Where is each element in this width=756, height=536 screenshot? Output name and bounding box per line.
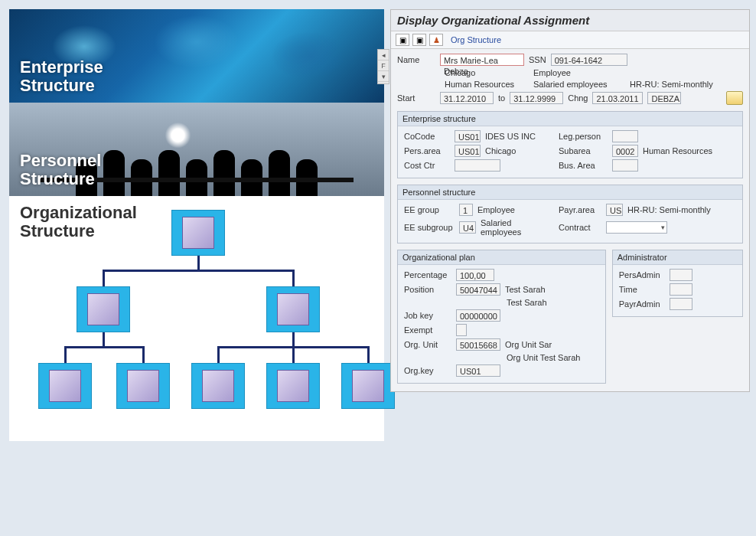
name-field[interactable]: Mrs Marie-Lea Debza: [440, 54, 524, 66]
start-field[interactable]: 31.12.2010: [440, 92, 494, 104]
payroll-area-text: HR-RU: Semi-monthly: [630, 80, 713, 89]
org-node: [77, 286, 130, 332]
persadmin-field[interactable]: [670, 269, 692, 281]
persarea-label: Pers.area: [404, 146, 450, 155]
costctr-label: Cost Ctr: [404, 161, 450, 170]
chng-label: Chng: [568, 93, 588, 103]
ssn-label: SSN: [529, 55, 546, 64]
organizational-structure-band: Organizational Structure: [9, 196, 384, 441]
side-find-icon[interactable]: F: [378, 60, 389, 71]
time-label: Time: [619, 285, 665, 294]
payrarea-label: Payr.area: [559, 205, 601, 214]
header-row-dates: Start 31.12.2010 to 31.12.9999 Chng 21.0…: [397, 91, 743, 105]
side-collapse-icon[interactable]: ◂: [378, 50, 389, 60]
payradmin-field[interactable]: [670, 298, 692, 310]
ssn-field: 091-64-1642: [551, 54, 627, 66]
cocode-label: CoCode: [404, 132, 450, 141]
eesubgroup-text: Salaried employees: [481, 218, 554, 237]
busarea-field[interactable]: [612, 159, 638, 172]
subarea-field[interactable]: 0002: [612, 145, 638, 157]
payroll-type-text: Salaried employees: [533, 80, 625, 89]
orgunit-field[interactable]: 50015668: [456, 338, 500, 351]
payrarea-field[interactable]: US: [606, 204, 623, 216]
jobkey-field[interactable]: 00000000: [456, 309, 500, 322]
organizational-plan-title: Organizational plan: [398, 250, 605, 265]
org-node: [266, 363, 320, 409]
legperson-label: Leg.person: [559, 132, 608, 141]
sap-body: ◂ F ▾ Name Mrs Marie-Lea Debza SSN 091-6…: [391, 49, 749, 391]
eegroup-field[interactable]: 1: [459, 204, 473, 216]
orgkey-field[interactable]: US01: [456, 364, 500, 377]
administrator-section: Administrator PersAdmin Time PayrAdmin: [612, 250, 743, 317]
side-toolbar: ◂ F ▾: [377, 49, 389, 84]
contract-label: Contract: [559, 223, 601, 232]
organizational-plan-section: Organizational plan Percentage 100,00 Po…: [397, 250, 606, 384]
org-node: [116, 363, 170, 409]
org-node-root: [171, 210, 225, 256]
enterprise-structure-label: Enterprise Structure: [20, 58, 103, 95]
time-field[interactable]: [670, 283, 692, 296]
org-chart-diagram: [9, 204, 384, 441]
payradmin-label: PayrAdmin: [619, 299, 665, 309]
info-graphic-panel: Enterprise Structure Personnel Structure…: [9, 9, 384, 441]
city-text: Chicago: [445, 68, 529, 77]
enterprise-structure-title: Enterprise structure: [398, 112, 742, 126]
busarea-label: Bus. Area: [559, 161, 608, 170]
start-label: Start: [397, 93, 435, 103]
contract-dropdown[interactable]: [606, 221, 667, 234]
legperson-field[interactable]: [612, 130, 638, 142]
jobkey-label: Job key: [404, 311, 451, 320]
cocode-field[interactable]: US01: [455, 130, 481, 142]
eegroup-text: Employee: [477, 205, 554, 214]
sap-screen: Display Organizational Assignment ▣ ▣ ♟ …: [390, 9, 750, 392]
persarea-text: Chicago: [485, 146, 554, 155]
personnel-structure-title: Personnel structure: [398, 185, 742, 200]
org-structure-link[interactable]: Org Structure: [451, 35, 501, 44]
orgunit-text2: Org Unit Test Sarah: [507, 353, 580, 362]
orgunit-label: Org. Unit: [404, 340, 451, 349]
eesubgroup-label: EE subgroup: [404, 223, 455, 232]
exempt-label: Exempt: [404, 325, 451, 335]
to-label: to: [498, 93, 505, 103]
position-text1: Test Sarah: [505, 285, 546, 294]
name-label: Name: [397, 55, 435, 64]
header-row-2: Chicago Employee: [397, 68, 743, 77]
cocode-text: IDES US INC: [485, 132, 554, 141]
position-field[interactable]: 50047044: [456, 283, 500, 296]
eegroup-label: EE group: [404, 205, 455, 214]
org-node: [191, 363, 245, 409]
role-text: Employee: [533, 68, 571, 77]
side-down-icon[interactable]: ▾: [378, 71, 389, 82]
header-row-3: Human Resources Salaried employees HR-RU…: [397, 80, 743, 89]
header-row-name: Name Mrs Marie-Lea Debza SSN 091-64-1642: [397, 54, 743, 66]
position-label: Position: [404, 285, 451, 294]
org-node: [266, 286, 320, 332]
position-text2: Test Sarah: [507, 298, 547, 307]
administrator-title: Administrator: [613, 250, 742, 265]
toolbar-icon-1[interactable]: ▣: [396, 34, 409, 46]
persarea-field[interactable]: US01: [455, 145, 481, 157]
dept-text: Human Resources: [445, 80, 529, 89]
end-field[interactable]: 31.12.9999: [510, 92, 563, 104]
person-icon[interactable]: ♟: [429, 34, 443, 46]
page-title: Display Organizational Assignment: [391, 10, 749, 31]
enterprise-structure-section: Enterprise structure CoCode US01 IDES US…: [397, 111, 743, 178]
exempt-field[interactable]: [456, 324, 467, 336]
personnel-structure-band: Personnel Structure: [9, 103, 384, 196]
enterprise-structure-band: Enterprise Structure: [9, 9, 384, 103]
chng-date-field: 21.03.2011: [592, 92, 643, 104]
overview-button[interactable]: [726, 91, 743, 105]
percentage-label: Percentage: [404, 270, 451, 279]
costctr-field[interactable]: [455, 159, 500, 172]
payrarea-text: HR-RU: Semi-monthly: [627, 205, 711, 214]
orgkey-label: Org.key: [404, 366, 451, 375]
toolbar: ▣ ▣ ♟ Org Structure: [391, 31, 749, 49]
eesubgroup-field[interactable]: U4: [459, 221, 476, 234]
persadmin-label: PersAdmin: [619, 270, 665, 279]
org-node: [341, 363, 395, 409]
subarea-text: Human Resources: [643, 146, 712, 155]
orgunit-text1: Org Unit Sar: [505, 340, 552, 349]
percentage-field[interactable]: 100,00: [456, 269, 494, 281]
toolbar-icon-2[interactable]: ▣: [412, 34, 426, 46]
subarea-label: Subarea: [559, 146, 608, 155]
